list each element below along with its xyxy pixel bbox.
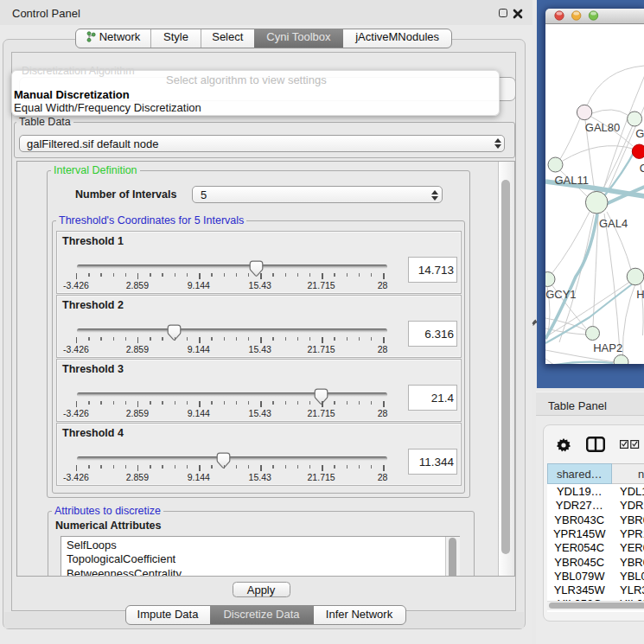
svg-text:GAL80: GAL80 bbox=[584, 121, 619, 134]
svg-text:C: C bbox=[639, 162, 644, 175]
svg-text:H: H bbox=[636, 288, 644, 301]
svg-text:GAL4: GAL4 bbox=[598, 217, 627, 230]
svg-text:GA: GA bbox=[635, 127, 644, 140]
svg-text:GCY1: GCY1 bbox=[545, 288, 576, 301]
svg-text:HAP2: HAP2 bbox=[593, 341, 622, 354]
svg-text:GAL11: GAL11 bbox=[554, 174, 589, 187]
